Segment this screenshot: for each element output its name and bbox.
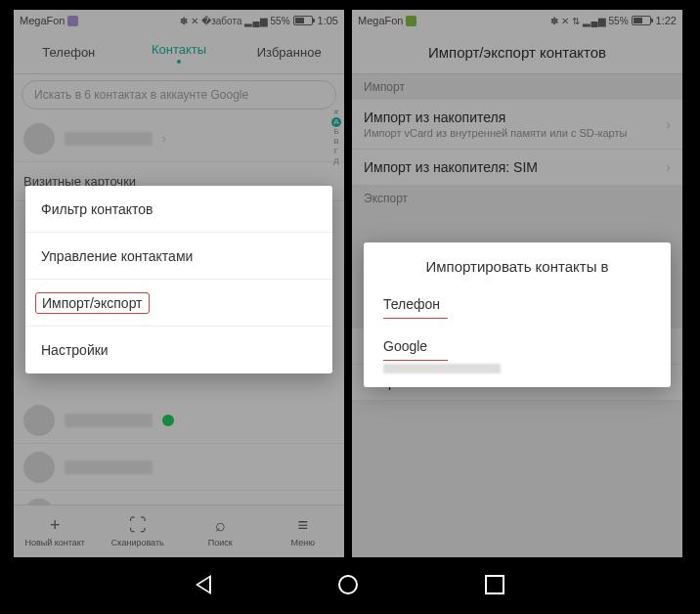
- highlight-underline: [383, 318, 448, 319]
- menu-item-settings[interactable]: Настройки: [25, 327, 332, 373]
- nav-recent-button[interactable]: [485, 575, 504, 594]
- option-phone-label: Телефон: [383, 296, 440, 312]
- account-email-blurred: [383, 364, 501, 373]
- context-menu-dialog: Фильтр контактов Управление контактами И…: [25, 186, 332, 373]
- android-nav-bar: [0, 565, 700, 604]
- import-target-dialog: Импортировать контакты в Телефон Google: [364, 242, 671, 387]
- option-google-label: Google: [383, 338, 427, 354]
- nav-back-button[interactable]: [196, 575, 211, 594]
- highlight-annotation: Импорт/экспорт: [35, 292, 150, 314]
- menu-item-manage[interactable]: Управление контактами: [25, 233, 332, 280]
- dialog-option-google[interactable]: Google: [364, 327, 671, 381]
- nav-home-button[interactable]: [338, 575, 358, 594]
- screenshot-right: MegaFon ✽ ✕ ⇅ ▂▄▆ 55% 1:22 Импорт/экспор…: [352, 10, 682, 557]
- dialog-title: Импортировать контакты в: [364, 242, 671, 285]
- menu-item-import-export[interactable]: Импорт/экспорт: [25, 280, 332, 327]
- highlight-underline: [383, 360, 448, 361]
- dialog-option-phone[interactable]: Телефон: [364, 285, 671, 327]
- menu-item-filter[interactable]: Фильтр контактов: [25, 186, 332, 233]
- screenshot-left: MegaFon ✽ ✕ �забота ▂▄▆ 55% 1:05 Телефон…: [14, 10, 344, 557]
